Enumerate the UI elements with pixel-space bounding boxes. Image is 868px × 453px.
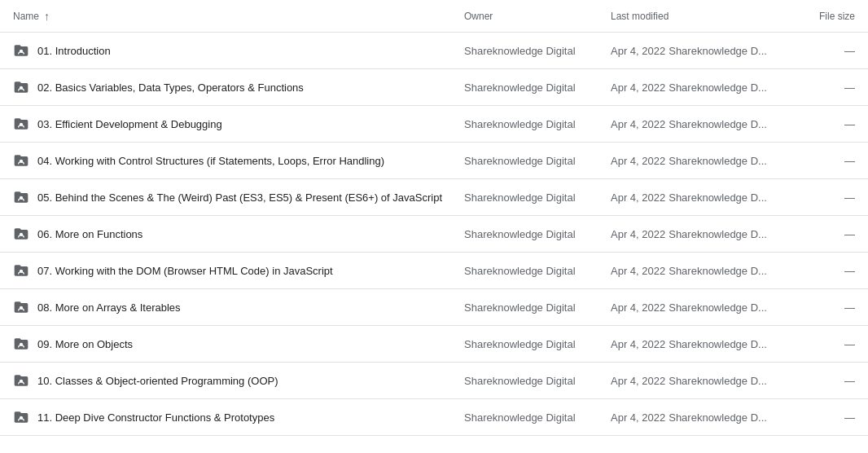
- row-name-cell: 11. Deep Dive Constructor Functions & Pr…: [13, 409, 464, 425]
- column-owner-header: Owner: [464, 11, 611, 22]
- row-owner-cell: Shareknowledge Digital: [464, 375, 611, 387]
- table-header: Name ↑ Owner Last modified File size: [0, 0, 868, 33]
- size-column-label: File size: [819, 11, 855, 22]
- row-name-label: 10. Classes & Object-oriented Programmin…: [37, 375, 278, 387]
- folder-shared-icon: [13, 372, 29, 389]
- name-column-label: Name: [13, 11, 39, 22]
- row-name-cell: 04. Working with Control Structures (if …: [13, 152, 464, 169]
- folder-shared-icon: [13, 336, 29, 352]
- row-modified-cell: Apr 4, 2022 Shareknowledge D...: [611, 301, 790, 314]
- row-modified-cell: Apr 4, 2022 Shareknowledge D...: [611, 45, 790, 57]
- modified-date: Apr 4, 2022: [611, 191, 665, 204]
- row-name-cell: 02. Basics Variables, Data Types, Operat…: [13, 79, 464, 95]
- modified-by: Shareknowledge D...: [669, 228, 767, 240]
- row-modified-cell: Apr 4, 2022 Shareknowledge D...: [611, 411, 790, 424]
- row-name-cell: 09. More on Objects: [13, 336, 464, 352]
- table-body: 01. Introduction Shareknowledge Digital …: [0, 33, 868, 436]
- row-size-cell: —: [790, 155, 855, 167]
- folder-shared-icon: [13, 262, 29, 279]
- modified-by: Shareknowledge D...: [669, 338, 767, 350]
- row-size-cell: —: [790, 118, 855, 130]
- row-modified-cell: Apr 4, 2022 Shareknowledge D...: [611, 155, 790, 167]
- row-owner-cell: Shareknowledge Digital: [464, 228, 611, 240]
- table-row[interactable]: 10. Classes & Object-oriented Programmin…: [0, 363, 868, 399]
- table-row[interactable]: 09. More on Objects Shareknowledge Digit…: [0, 326, 868, 363]
- row-name-label: 11. Deep Dive Constructor Functions & Pr…: [37, 411, 274, 424]
- modified-by: Shareknowledge D...: [669, 375, 767, 387]
- modified-date: Apr 4, 2022: [611, 265, 665, 277]
- row-name-label: 08. More on Arrays & Iterables: [37, 301, 181, 314]
- row-name-cell: 01. Introduction: [13, 42, 464, 59]
- modified-by: Shareknowledge D...: [669, 81, 767, 94]
- column-name-header[interactable]: Name ↑: [13, 10, 464, 23]
- row-name-label: 05. Behind the Scenes & The (Weird) Past…: [37, 191, 442, 204]
- folder-shared-icon: [13, 409, 29, 425]
- row-name-cell: 10. Classes & Object-oriented Programmin…: [13, 372, 464, 389]
- modified-date: Apr 4, 2022: [611, 45, 665, 57]
- sort-ascending-icon: ↑: [44, 10, 50, 23]
- table-row[interactable]: 03. Efficient Development & Debugging Sh…: [0, 106, 868, 143]
- row-size-cell: —: [790, 375, 855, 387]
- table-row[interactable]: 08. More on Arrays & Iterables Shareknow…: [0, 289, 868, 326]
- row-name-label: 03. Efficient Development & Debugging: [37, 118, 222, 130]
- row-owner-cell: Shareknowledge Digital: [464, 301, 611, 314]
- modified-by: Shareknowledge D...: [669, 191, 767, 204]
- row-name-cell: 06. More on Functions: [13, 226, 464, 242]
- row-size-cell: —: [790, 338, 855, 350]
- modified-date: Apr 4, 2022: [611, 301, 665, 314]
- modified-date: Apr 4, 2022: [611, 375, 665, 387]
- modified-by: Shareknowledge D...: [669, 155, 767, 167]
- row-owner-cell: Shareknowledge Digital: [464, 338, 611, 350]
- row-name-cell: 05. Behind the Scenes & The (Weird) Past…: [13, 189, 464, 205]
- modified-by: Shareknowledge D...: [669, 118, 767, 130]
- table-row[interactable]: 04. Working with Control Structures (if …: [0, 143, 868, 179]
- table-row[interactable]: 01. Introduction Shareknowledge Digital …: [0, 33, 868, 69]
- folder-shared-icon: [13, 226, 29, 242]
- column-modified-header: Last modified: [611, 11, 790, 22]
- row-name-label: 07. Working with the DOM (Browser HTML C…: [37, 265, 333, 277]
- row-name-label: 02. Basics Variables, Data Types, Operat…: [37, 81, 304, 94]
- row-owner-cell: Shareknowledge Digital: [464, 45, 611, 57]
- table-row[interactable]: 02. Basics Variables, Data Types, Operat…: [0, 69, 868, 106]
- modified-date: Apr 4, 2022: [611, 338, 665, 350]
- modified-by: Shareknowledge D...: [669, 265, 767, 277]
- folder-shared-icon: [13, 189, 29, 205]
- row-name-cell: 08. More on Arrays & Iterables: [13, 299, 464, 315]
- row-modified-cell: Apr 4, 2022 Shareknowledge D...: [611, 265, 790, 277]
- row-modified-cell: Apr 4, 2022 Shareknowledge D...: [611, 338, 790, 350]
- row-name-label: 06. More on Functions: [37, 228, 142, 240]
- modified-by: Shareknowledge D...: [669, 301, 767, 314]
- row-modified-cell: Apr 4, 2022 Shareknowledge D...: [611, 228, 790, 240]
- modified-column-label: Last modified: [611, 11, 669, 22]
- table-row[interactable]: 05. Behind the Scenes & The (Weird) Past…: [0, 179, 868, 216]
- modified-date: Apr 4, 2022: [611, 228, 665, 240]
- row-owner-cell: Shareknowledge Digital: [464, 411, 611, 424]
- row-modified-cell: Apr 4, 2022 Shareknowledge D...: [611, 118, 790, 130]
- row-modified-cell: Apr 4, 2022 Shareknowledge D...: [611, 191, 790, 204]
- table-row[interactable]: 06. More on Functions Shareknowledge Dig…: [0, 216, 868, 253]
- row-size-cell: —: [790, 265, 855, 277]
- file-table: Name ↑ Owner Last modified File size: [0, 0, 868, 436]
- modified-date: Apr 4, 2022: [611, 155, 665, 167]
- row-owner-cell: Shareknowledge Digital: [464, 155, 611, 167]
- row-size-cell: —: [790, 411, 855, 424]
- folder-shared-icon: [13, 299, 29, 315]
- row-name-label: 01. Introduction: [37, 45, 111, 57]
- row-size-cell: —: [790, 45, 855, 57]
- row-owner-cell: Shareknowledge Digital: [464, 191, 611, 204]
- row-modified-cell: Apr 4, 2022 Shareknowledge D...: [611, 81, 790, 94]
- row-owner-cell: Shareknowledge Digital: [464, 265, 611, 277]
- row-name-cell: 03. Efficient Development & Debugging: [13, 116, 464, 132]
- row-size-cell: —: [790, 228, 855, 240]
- column-size-header: File size: [790, 11, 855, 22]
- row-size-cell: —: [790, 301, 855, 314]
- modified-date: Apr 4, 2022: [611, 118, 665, 130]
- row-size-cell: —: [790, 191, 855, 204]
- row-modified-cell: Apr 4, 2022 Shareknowledge D...: [611, 375, 790, 387]
- table-row[interactable]: 07. Working with the DOM (Browser HTML C…: [0, 253, 868, 289]
- folder-shared-icon: [13, 152, 29, 169]
- table-row[interactable]: 11. Deep Dive Constructor Functions & Pr…: [0, 399, 868, 436]
- folder-shared-icon: [13, 42, 29, 59]
- row-owner-cell: Shareknowledge Digital: [464, 118, 611, 130]
- modified-by: Shareknowledge D...: [669, 411, 767, 424]
